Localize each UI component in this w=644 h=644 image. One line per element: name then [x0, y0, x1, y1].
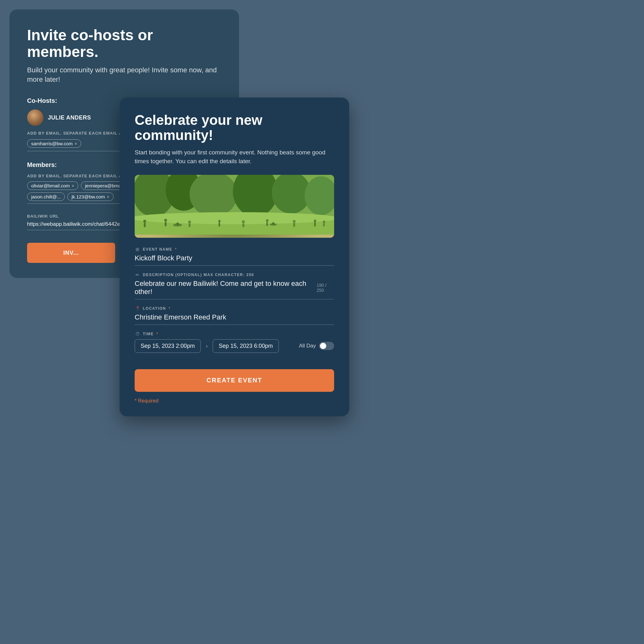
svg-rect-29: [323, 223, 325, 226]
time-required: *: [156, 331, 158, 336]
location-label: LOCATION: [143, 306, 166, 311]
member-tag-1[interactable]: oliviar@bmail.com ×: [27, 181, 78, 190]
invite-button[interactable]: INV...: [27, 243, 115, 263]
event-name-label: EVENT NAME: [143, 247, 172, 252]
all-day-row: All Day: [299, 342, 334, 350]
invite-subtitle: Build your community with great people! …: [27, 65, 221, 85]
celebrate-subtitle: Start bonding with your first community …: [135, 148, 334, 166]
svg-point-18: [218, 220, 221, 222]
event-name-field: ⊞ EVENT NAME * Kickoff Block Party: [135, 247, 334, 266]
cohost-name: JULIE ANDERS: [48, 114, 91, 121]
event-image-inner: [135, 175, 334, 238]
required-note: * Required: [135, 398, 334, 404]
time-icon: ⏱: [135, 331, 140, 337]
location-required: *: [169, 306, 170, 311]
celebrate-card: Celebrate your new community! Start bond…: [119, 97, 349, 416]
svg-point-12: [143, 219, 146, 223]
svg-point-14: [164, 219, 167, 222]
event-name-required: *: [175, 247, 176, 252]
svg-point-33: [272, 222, 275, 225]
invite-title: Invite co-hosts or members.: [27, 27, 221, 60]
description-value[interactable]: Celebrate our new Bailiwik! Come and get…: [135, 280, 334, 299]
cohost-email-tag[interactable]: samharris@bw.com ×: [27, 139, 81, 148]
location-field: 📍 LOCATION * Christine Emerson Reed Park: [135, 306, 334, 325]
member-email-4: jason.chilt@...: [31, 194, 61, 199]
remove-cohost-email[interactable]: ×: [75, 141, 77, 146]
create-event-button[interactable]: CREATE EVENT: [135, 369, 334, 392]
svg-rect-19: [219, 222, 220, 226]
event-name-value[interactable]: Kickoff Block Party: [135, 254, 334, 266]
all-day-toggle[interactable]: [319, 342, 334, 350]
location-value[interactable]: Christine Emerson Reed Park: [135, 313, 334, 325]
remove-member-5[interactable]: ×: [107, 194, 109, 199]
svg-rect-13: [144, 223, 146, 227]
cohost-email-value: samharris@bw.com: [31, 141, 73, 146]
event-name-icon: ⊞: [135, 247, 140, 252]
remove-member-1[interactable]: ×: [72, 183, 74, 188]
time-row: Sep 15, 2023 2:00pm › Sep 15, 2023 6:00p…: [135, 339, 334, 353]
svg-point-11: [135, 212, 334, 224]
svg-point-16: [188, 220, 191, 224]
time-arrow-icon: ›: [206, 343, 208, 349]
time-field: ⏱ TIME * Sep 15, 2023 2:00pm › Sep 15, 2…: [135, 331, 334, 353]
svg-rect-15: [165, 222, 167, 226]
char-count: 190 / 250: [316, 283, 334, 293]
event-image-svg: [135, 175, 334, 235]
member-tag-4[interactable]: jason.chilt@...: [27, 192, 65, 201]
location-icon: 📍: [135, 306, 140, 311]
svg-point-26: [314, 219, 316, 222]
svg-rect-25: [293, 223, 295, 227]
toggle-knob: [320, 343, 326, 349]
location-label-row: 📍 LOCATION *: [135, 306, 334, 311]
svg-rect-17: [189, 224, 191, 227]
member-tag-5[interactable]: jk.123@bw.com ×: [67, 192, 113, 201]
event-name-label-row: ⊞ EVENT NAME *: [135, 247, 334, 252]
svg-rect-21: [242, 223, 244, 227]
avatar-image: [27, 109, 43, 126]
svg-rect-27: [314, 222, 316, 226]
svg-point-31: [176, 222, 179, 225]
celebrate-title: Celebrate your new community!: [135, 113, 334, 143]
svg-point-28: [323, 220, 325, 223]
description-field: ✏ DESCRIPTION (OPTIONAL) MAX CHARACTER: …: [135, 272, 334, 299]
time-label-row: ⏱ TIME *: [135, 331, 334, 337]
svg-point-22: [266, 219, 269, 222]
svg-point-24: [292, 220, 296, 223]
member-email-5: jk.123@bw.com: [71, 194, 105, 199]
member-email-1: oliviar@bmail.com: [31, 183, 70, 188]
description-label: DESCRIPTION (OPTIONAL) MAX CHARACTER: 25…: [143, 273, 254, 277]
svg-rect-23: [266, 222, 268, 226]
event-image: [135, 175, 334, 238]
time-end[interactable]: Sep 15, 2023 6:00pm: [213, 339, 279, 353]
description-label-row: ✏ DESCRIPTION (OPTIONAL) MAX CHARACTER: …: [135, 272, 334, 278]
description-icon: ✏: [135, 272, 140, 278]
all-day-label: All Day: [299, 343, 316, 349]
time-label: TIME: [143, 332, 154, 336]
time-start[interactable]: Sep 15, 2023 2:00pm: [135, 339, 201, 353]
svg-point-20: [242, 220, 245, 223]
member-email-2: jenniepera@bma...: [85, 183, 125, 188]
avatar: [27, 109, 43, 126]
